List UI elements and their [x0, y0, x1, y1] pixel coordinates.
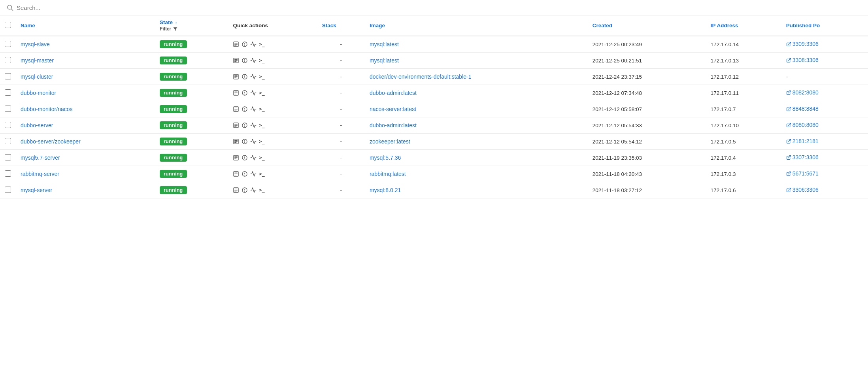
- row-checkbox[interactable]: [5, 122, 11, 128]
- select-all-checkbox-cell[interactable]: [0, 15, 16, 36]
- port-link[interactable]: 2181:2181: [786, 138, 819, 144]
- inspect-icon[interactable]: [242, 138, 248, 145]
- port-link[interactable]: 5671:5671: [786, 170, 819, 177]
- row-checkbox-cell[interactable]: [0, 150, 16, 166]
- stats-icon[interactable]: [250, 171, 257, 177]
- logs-icon[interactable]: [233, 90, 239, 96]
- row-checkbox-cell[interactable]: [0, 101, 16, 117]
- terminal-icon[interactable]: >_: [259, 171, 264, 177]
- container-name-link[interactable]: dubbo-monitor/nacos: [21, 106, 73, 112]
- stats-icon[interactable]: [250, 74, 257, 80]
- image-link[interactable]: docker/dev-environments-default:stable-1: [370, 74, 472, 80]
- row-checkbox[interactable]: [5, 154, 11, 160]
- logs-icon[interactable]: [233, 57, 239, 64]
- port-link[interactable]: 3306:3306: [786, 187, 819, 193]
- terminal-icon[interactable]: >_: [259, 58, 264, 63]
- row-checkbox-cell[interactable]: [0, 85, 16, 101]
- image-link[interactable]: mysql:latest: [370, 57, 399, 64]
- logs-icon[interactable]: [233, 171, 239, 177]
- stats-icon[interactable]: [250, 57, 257, 64]
- logs-icon[interactable]: [233, 41, 239, 47]
- port-link[interactable]: 3307:3306: [786, 154, 819, 160]
- row-checkbox[interactable]: [5, 73, 11, 79]
- row-checkbox-cell[interactable]: [0, 182, 16, 198]
- stats-icon[interactable]: [250, 106, 257, 112]
- terminal-icon[interactable]: >_: [259, 155, 264, 160]
- port-link[interactable]: 3308:3306: [786, 57, 819, 63]
- port-link[interactable]: 8082:8080: [786, 89, 819, 96]
- inspect-icon[interactable]: [242, 122, 248, 128]
- inspect-icon[interactable]: [242, 106, 248, 112]
- port-link[interactable]: 3309:3306: [786, 41, 819, 47]
- terminal-icon[interactable]: >_: [259, 90, 264, 96]
- published-col-header[interactable]: Published Po: [781, 15, 868, 36]
- filter-icon[interactable]: [173, 26, 178, 32]
- logs-icon[interactable]: [233, 122, 239, 128]
- row-checkbox[interactable]: [5, 89, 11, 96]
- image-link[interactable]: dubbo-admin:latest: [370, 122, 417, 128]
- stack-col-header[interactable]: Stack: [317, 15, 365, 36]
- image-link[interactable]: dubbo-admin:latest: [370, 90, 417, 96]
- container-name-link[interactable]: rabbitmq-server: [21, 171, 59, 177]
- stats-icon[interactable]: [250, 90, 257, 96]
- logs-icon[interactable]: [233, 106, 239, 112]
- container-name-link[interactable]: dubbo-server/zookeeper: [21, 138, 81, 145]
- image-link[interactable]: mysql:8.0.21: [370, 187, 401, 193]
- logs-icon[interactable]: [233, 187, 239, 193]
- stats-icon[interactable]: [250, 41, 257, 47]
- row-checkbox[interactable]: [5, 41, 11, 47]
- logs-icon[interactable]: [233, 155, 239, 161]
- image-link[interactable]: rabbitmq:latest: [370, 171, 406, 177]
- search-input[interactable]: [17, 4, 862, 11]
- created-col-header[interactable]: Created: [588, 15, 706, 36]
- container-name-link[interactable]: mysql-slave: [21, 41, 50, 47]
- terminal-icon[interactable]: >_: [259, 187, 264, 193]
- row-checkbox[interactable]: [5, 138, 11, 144]
- stats-icon[interactable]: [250, 122, 257, 128]
- port-link[interactable]: 8080:8080: [786, 122, 819, 128]
- inspect-icon[interactable]: [242, 57, 248, 64]
- port-link[interactable]: 8848:8848: [786, 106, 819, 112]
- stats-icon[interactable]: [250, 138, 257, 145]
- inspect-icon[interactable]: [242, 155, 248, 161]
- container-name-link[interactable]: mysql-server: [21, 187, 52, 193]
- container-name-link[interactable]: mysql-master: [21, 57, 54, 64]
- row-checkbox[interactable]: [5, 106, 11, 112]
- inspect-icon[interactable]: [242, 41, 248, 47]
- inspect-icon[interactable]: [242, 90, 248, 96]
- logs-icon[interactable]: [233, 74, 239, 80]
- container-name-link[interactable]: mysql5.7-server: [21, 155, 60, 161]
- select-all-checkbox[interactable]: [5, 22, 11, 28]
- container-name-link[interactable]: dubbo-server: [21, 122, 53, 128]
- stats-icon[interactable]: [250, 187, 257, 193]
- image-link[interactable]: zookeeper:latest: [370, 138, 410, 145]
- row-checkbox-cell[interactable]: [0, 36, 16, 53]
- terminal-icon[interactable]: >_: [259, 42, 264, 47]
- row-checkbox[interactable]: [5, 57, 11, 63]
- terminal-icon[interactable]: >_: [259, 123, 264, 128]
- name-col-header[interactable]: Name: [16, 15, 155, 36]
- container-name-link[interactable]: dubbo-monitor: [21, 90, 56, 96]
- image-link[interactable]: mysql:latest: [370, 41, 399, 47]
- stats-icon[interactable]: [250, 155, 257, 161]
- row-checkbox-cell[interactable]: [0, 134, 16, 150]
- row-checkbox-cell[interactable]: [0, 53, 16, 69]
- image-col-header[interactable]: Image: [365, 15, 588, 36]
- row-checkbox[interactable]: [5, 170, 11, 177]
- container-name-link[interactable]: mysql-cluster: [21, 74, 53, 80]
- terminal-icon[interactable]: >_: [259, 139, 264, 144]
- image-link[interactable]: nacos-server:latest: [370, 106, 416, 112]
- inspect-icon[interactable]: [242, 187, 248, 193]
- terminal-icon[interactable]: >_: [259, 74, 264, 79]
- inspect-icon[interactable]: [242, 171, 248, 177]
- state-sort-icon[interactable]: ↕: [175, 20, 177, 25]
- state-col-header[interactable]: State ↕ Filter: [155, 15, 228, 36]
- row-checkbox[interactable]: [5, 187, 11, 193]
- inspect-icon[interactable]: [242, 74, 248, 80]
- row-checkbox-cell[interactable]: [0, 166, 16, 182]
- row-checkbox-cell[interactable]: [0, 69, 16, 85]
- ip-col-header[interactable]: IP Address: [706, 15, 781, 36]
- image-link[interactable]: mysql:5.7.36: [370, 155, 401, 161]
- terminal-icon[interactable]: >_: [259, 106, 264, 112]
- row-checkbox-cell[interactable]: [0, 117, 16, 134]
